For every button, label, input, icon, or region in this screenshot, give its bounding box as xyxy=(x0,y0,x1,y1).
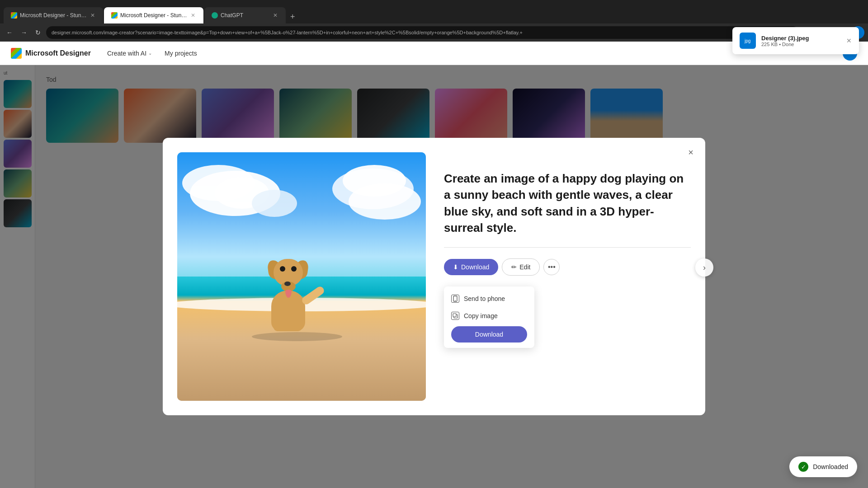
send-to-phone-label: Send to phone xyxy=(464,295,505,302)
browser-chrome: Microsoft Designer - Stunning... ✕ Micro… xyxy=(0,0,868,23)
dog-eye-right xyxy=(291,266,297,272)
app-name: Microsoft Designer xyxy=(25,49,91,57)
tab-label-2: Microsoft Designer - Stunning... xyxy=(120,12,187,19)
tab-favicon-2 xyxy=(111,12,118,19)
toast-check-icon: ✓ xyxy=(798,462,808,472)
phone-icon xyxy=(451,295,459,303)
svg-text:jpg: jpg xyxy=(744,38,750,43)
dropdown-menu: Send to phone Copy image Download xyxy=(444,286,534,348)
tab-bar: Microsoft Designer - Stunning... ✕ Micro… xyxy=(4,0,864,23)
dog-nose xyxy=(284,282,291,286)
download-icon: ⬇ xyxy=(453,263,458,271)
download-button-label: Download xyxy=(461,263,489,271)
dog-beach-scene xyxy=(177,152,426,401)
page-background: Microsoft Designer Create with AI ⌄ My p… xyxy=(0,42,868,488)
modal-right-panel: Create an image of a happy dog playing o… xyxy=(444,152,691,348)
edit-button-label: Edit xyxy=(519,263,530,271)
toast-label: Downloaded xyxy=(813,463,848,470)
tab-close-2[interactable]: ✕ xyxy=(190,11,196,19)
download-close-button[interactable]: ✕ xyxy=(846,37,852,44)
address-bar[interactable]: designer.microsoft.com/image-creator?sce… xyxy=(46,26,799,39)
download-size: 225 KB xyxy=(761,42,778,47)
browser-download-notification: jpg Designer (3).jpeg 225 KB • Done ✕ xyxy=(732,27,859,54)
modal-actions: ⬇ Download ✏ Edit ••• xyxy=(444,258,691,276)
tab-label-1: Microsoft Designer - Stunning... xyxy=(20,12,87,19)
copy-image-label: Copy image xyxy=(464,312,498,319)
svg-rect-3 xyxy=(453,314,456,317)
modal-divider xyxy=(444,247,691,248)
modal-prompt-text: Create an image of a happy dog playing o… xyxy=(444,170,691,236)
more-options-button[interactable]: ••• xyxy=(543,259,560,275)
browser-tab-3[interactable]: ChatGPT ✕ xyxy=(204,7,286,23)
modal-image-area: › xyxy=(177,152,426,401)
download-done-text: Done xyxy=(782,42,794,47)
dropdown-download-button[interactable]: Download xyxy=(451,326,527,343)
dog-figure xyxy=(264,291,298,331)
modal-main-image xyxy=(177,152,426,401)
download-info: Designer (3).jpeg 225 KB • Done xyxy=(761,35,841,47)
cloud-7 xyxy=(252,190,297,217)
cloud-6 xyxy=(349,183,421,220)
app-logo: Microsoft Designer xyxy=(11,48,91,59)
download-status: 225 KB • Done xyxy=(761,42,841,47)
download-button[interactable]: ⬇ Download xyxy=(444,259,498,275)
chevron-down-icon: ⌄ xyxy=(148,51,152,56)
forward-button[interactable]: → xyxy=(18,27,30,38)
back-button[interactable]: ← xyxy=(4,27,15,38)
modal-close-button[interactable]: × xyxy=(684,145,698,160)
reload-button[interactable]: ↻ xyxy=(33,27,43,38)
edit-icon: ✏ xyxy=(511,263,517,271)
tab-favicon-1 xyxy=(11,12,17,19)
ms-logo-icon xyxy=(11,48,22,59)
svg-point-1 xyxy=(455,300,456,301)
tab-favicon-3 xyxy=(212,12,218,19)
dropdown-send-to-phone[interactable]: Send to phone xyxy=(444,290,534,307)
tab-close-3[interactable]: ✕ xyxy=(272,11,278,19)
modal-overlay[interactable]: × xyxy=(0,65,868,488)
browser-tab-2[interactable]: Microsoft Designer - Stunning... ✕ xyxy=(104,7,203,23)
more-icon: ••• xyxy=(548,263,556,271)
copy-icon xyxy=(451,312,459,320)
edit-button[interactable]: ✏ Edit xyxy=(502,258,540,276)
toast-notification: ✓ Downloaded xyxy=(789,456,857,477)
tab-close-1[interactable]: ✕ xyxy=(90,11,96,19)
tab-label-3: ChatGPT xyxy=(221,12,269,19)
image-detail-modal: × xyxy=(163,138,705,415)
nav-create-ai[interactable]: Create with AI ⌄ xyxy=(102,47,157,60)
dropdown-copy-image[interactable]: Copy image xyxy=(444,307,534,324)
browser-tab-1[interactable]: Microsoft Designer - Stunning... ✕ xyxy=(4,7,103,23)
modal-next-arrow[interactable]: › xyxy=(695,258,713,277)
download-filename: Designer (3).jpeg xyxy=(761,35,841,42)
nav-my-projects-label: My projects xyxy=(165,50,197,57)
dog-leg-front-left xyxy=(274,309,282,331)
header-nav: Create with AI ⌄ My projects xyxy=(102,47,203,60)
nav-create-ai-label: Create with AI xyxy=(107,50,146,57)
new-tab-button[interactable]: + xyxy=(287,10,299,23)
download-file-icon: jpg xyxy=(740,33,756,49)
address-text: designer.microsoft.com/image-creator?sce… xyxy=(52,30,523,35)
dog-shadow xyxy=(252,332,342,341)
dog-eye-left xyxy=(280,266,285,272)
page-content: ut Tod × xyxy=(0,65,868,488)
dog-leg-front-right xyxy=(294,309,302,331)
nav-my-projects[interactable]: My projects xyxy=(159,47,203,60)
